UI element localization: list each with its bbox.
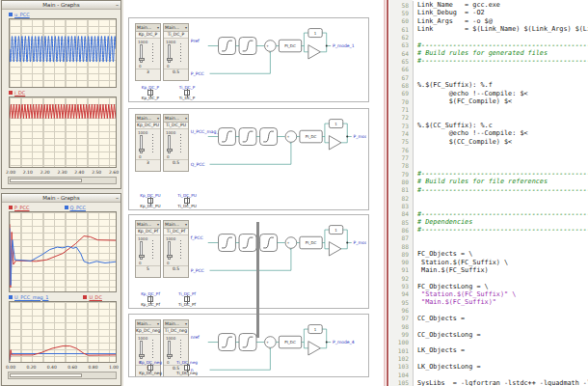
- port-Ti_DC_Pf: Ti_DC_PfTi_DC_Pf: [174, 291, 200, 307]
- slider-thumb[interactable]: [167, 58, 173, 61]
- slider-thumb[interactable]: [139, 255, 145, 258]
- slider-header[interactable]: Main...▾: [164, 115, 188, 123]
- diagram-card-4: Main...▾Kp_DC_neg100005Main...▾Ti_DC_neg…: [128, 314, 369, 377]
- gain-block[interactable]: [329, 242, 341, 256]
- port-block[interactable]: [147, 365, 153, 371]
- slider-track[interactable]: [168, 135, 171, 153]
- horizontal-scrollbar[interactable]: [8, 177, 117, 184]
- port-block[interactable]: [184, 198, 190, 204]
- plot-u-pcc[interactable]: [9, 18, 117, 88]
- slider-label: Ti_DC_PU: [164, 123, 188, 129]
- window-titlebar[interactable]: Main - Graphs –: [2, 1, 120, 10]
- graph-window-2[interactable]: Main - Graphs – P_PCC Q_PCC U_PCC_mag_1 …: [1, 193, 121, 386]
- slider-track[interactable]: [168, 44, 171, 63]
- minimize-icon[interactable]: –: [116, 194, 119, 202]
- chevron-down-icon: ▾: [157, 222, 159, 227]
- slider-track[interactable]: [140, 341, 143, 359]
- gain-block[interactable]: [308, 45, 321, 59]
- x-tick-label: 2.50: [92, 170, 101, 175]
- slider-Ti_DC_PU[interactable]: Main...▾Ti_DC_PU100000.5: [163, 114, 189, 172]
- chevron-down-icon: ▾: [157, 321, 159, 326]
- legend-label-u-pcc[interactable]: u_PCC: [14, 12, 30, 17]
- port-block[interactable]: [147, 198, 153, 204]
- signal-label: f_PCC: [191, 235, 203, 241]
- slider-Kp_DC_P[interactable]: Main...▾Kp_DC_P100003: [135, 23, 161, 81]
- port-block[interactable]: [147, 90, 153, 96]
- x-axis-ticks: 0.000.200.400.600.801.00: [6, 363, 119, 371]
- slider-thumb[interactable]: [167, 354, 173, 357]
- plot-u-dc[interactable]: [9, 301, 117, 363]
- slider-Ti_DC_P[interactable]: Main...▾Ti_DC_P100000.5: [163, 23, 189, 81]
- code-text: [413, 274, 588, 282]
- legend-swatch: [83, 295, 87, 299]
- code-text: # Build rules for file references: [413, 178, 588, 185]
- legend-label-u-dc[interactable]: U_DC: [89, 294, 102, 300]
- legend-label-q-pcc[interactable]: Q_PCC: [70, 205, 86, 210]
- code-text: Link_Debug = -O2: [413, 9, 588, 16]
- waveform-svg: [10, 97, 116, 167]
- slider-header[interactable]: Main...▾: [136, 115, 160, 123]
- editor-line: 92: [389, 274, 588, 282]
- slider-header[interactable]: Main...▾: [164, 221, 188, 229]
- slider-header[interactable]: Main...▾: [136, 221, 160, 229]
- legend-label-p-pcc[interactable]: P_PCC: [14, 205, 30, 210]
- slider-track[interactable]: [140, 135, 143, 153]
- graph-window-1[interactable]: Main - Graphs – u_PCC i_DC 2.002.102.202…: [1, 0, 121, 189]
- slider-Kp_DC_PU[interactable]: Main...▾Kp_DC_PU100003: [135, 114, 161, 172]
- editor-edge-line: [384, 0, 386, 386]
- minimize-icon[interactable]: –: [116, 1, 119, 9]
- code-text: Station.$(FC_Suffix) \: [413, 259, 588, 266]
- editor-line: 58Link_Name = gcc.exe: [389, 1, 588, 9]
- slider-Ti_DC_Pf[interactable]: Main...▾Ti_DC_Pf100000.5: [163, 220, 189, 278]
- gain-block[interactable]: [329, 136, 341, 150]
- plot-i-dc[interactable]: [9, 96, 117, 168]
- slider-Kp_DC_Pf[interactable]: Main...▾Kp_DC_Pf100005: [135, 220, 161, 278]
- editor-line: 71: [389, 105, 588, 113]
- code-text: [413, 202, 588, 209]
- slider-group: Main...▾Kp_DC_PU100003Main...▾Ti_DC_PU10…: [135, 114, 189, 172]
- slider-thumb[interactable]: [139, 58, 145, 61]
- diagram-panel: Main...▾Kp_DC_P100003Main...▾Ti_DC_P1000…: [123, 0, 384, 386]
- line-number: 64: [389, 50, 413, 57]
- code-editor[interactable]: 58Link_Name = gcc.exe59Link_Debug = -O26…: [384, 0, 588, 386]
- code-text: [413, 105, 588, 113]
- vertical-scrollbar-thumb[interactable]: [256, 222, 259, 338]
- horizontal-scrollbar[interactable]: [8, 372, 117, 379]
- gain-block[interactable]: [308, 342, 321, 355]
- code-text: FC_Objects = \: [413, 250, 588, 258]
- line-number: 87: [389, 234, 413, 241]
- x-tick-label: 2.60: [109, 170, 119, 175]
- legend-label-u-pcc-mag[interactable]: U_PCC_mag_1: [14, 294, 48, 300]
- port-block[interactable]: [147, 296, 153, 302]
- slider-group: Main...▾Kp_DC_Pf100005Main...▾Ti_DC_Pf10…: [135, 220, 189, 278]
- slider-track[interactable]: [140, 241, 143, 260]
- line-number: 98: [389, 323, 413, 330]
- slider-header[interactable]: Main...▾: [136, 24, 160, 32]
- slider-thumb[interactable]: [167, 255, 173, 258]
- slider-track[interactable]: [168, 341, 171, 359]
- x-tick-label: 2.30: [57, 170, 67, 175]
- line-number: 78: [389, 162, 413, 169]
- window-titlebar[interactable]: Main - Graphs –: [2, 194, 120, 203]
- plot-p-q-pcc[interactable]: [9, 211, 117, 292]
- slider-header[interactable]: Main...▾: [136, 320, 160, 328]
- editor-line: 68%.$(FC_Suffix): %.f: [389, 81, 588, 89]
- slider-thumb[interactable]: [139, 354, 145, 357]
- code-text: Link_Args = -o $@: [413, 17, 588, 25]
- port-block[interactable]: [184, 296, 190, 302]
- line-number: 66: [389, 66, 413, 72]
- slider-header[interactable]: Main...▾: [164, 320, 188, 328]
- slider-thumb[interactable]: [167, 149, 173, 152]
- slider-thumb[interactable]: [139, 149, 145, 152]
- editor-lines[interactable]: 58Link_Name = gcc.exe59Link_Debug = -O26…: [389, 1, 588, 386]
- slider-track[interactable]: [140, 44, 143, 63]
- line-number: 63: [389, 41, 413, 48]
- code-text: [413, 371, 588, 378]
- slider-header[interactable]: Main...▾: [164, 24, 188, 32]
- slider-track[interactable]: [168, 241, 171, 260]
- scrollbar-thumb[interactable]: [10, 373, 82, 377]
- x-tick-label: 2.00: [6, 170, 15, 175]
- scrollbar-thumb[interactable]: [10, 179, 82, 182]
- legend-label-i-dc[interactable]: i_DC: [14, 90, 25, 96]
- code-text: #---------------------------------------…: [413, 210, 588, 218]
